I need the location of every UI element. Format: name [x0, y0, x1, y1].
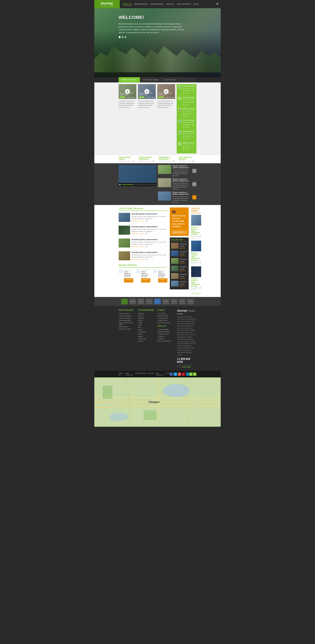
- gallery-stars-5: ★★★★☆: [180, 278, 187, 279]
- footer-dest-10[interactable]: Mexico: [138, 334, 154, 335]
- header: Journey TRAVEL GUIDE ABOUT US NEW SERVIC…: [94, 0, 221, 8]
- tab-hot-tours[interactable]: HOT TOURS: [162, 77, 179, 82]
- tab-news-events[interactable]: NEWS & EVENTS: [119, 77, 140, 82]
- city-title-3[interactable]: Defacto lingo est igpay atinlayarqu prov…: [191, 278, 201, 287]
- footer-dest-5[interactable]: Turkey: [138, 322, 154, 324]
- footer-hotel-5[interactable]: Etiam Cursus Leo Vel Mattis: [119, 322, 135, 325]
- gallery-thumb-3: [171, 258, 179, 264]
- nav-item-contacts[interactable]: OUR CONTACTS: [177, 3, 191, 5]
- footer-about-4[interactable]: Contact Us: [157, 336, 174, 337]
- nav-item-blog[interactable]: BLOG: [193, 3, 198, 5]
- partner-logo-7: AmEx: [171, 298, 177, 304]
- footer-dest-6[interactable]: Zante: [138, 324, 154, 326]
- download-button-2[interactable]: Download ↓: [141, 278, 150, 282]
- footer-flight-2[interactable]: Elementum Velit: [157, 315, 174, 317]
- rlink-title-4[interactable]: NASC IDICULUS MUSQDU...: [179, 156, 196, 160]
- footer-flight-5[interactable]: Lorem Ipsum Dolor: [157, 322, 174, 324]
- dot-1[interactable]: [119, 36, 121, 38]
- footer-nav-gallery[interactable]: GALLERY: [147, 372, 154, 376]
- footer-nav-destinations[interactable]: DESTINATIONS: [135, 372, 146, 376]
- rlink-title-3[interactable]: PENATIBUS ET MAGNIS DIS...: [159, 156, 176, 160]
- tab-what-we-offer[interactable]: WHAT WE OFFER: [140, 77, 162, 82]
- blog-title-4[interactable]: Souvlaki ignitus carborundum: [131, 251, 167, 253]
- footer-dest-3[interactable]: Bahamas: [138, 317, 154, 319]
- report-text-3: Interim Report at September 30, 2013: [158, 271, 167, 278]
- city-title-2[interactable]: Defacto lingo est igpay atinlayarqu prov…: [191, 252, 201, 261]
- news-caption-1: Epsum factorial nondeposit quid...: [120, 92, 133, 96]
- recent-reports-section: RECENT REPORTS 📄 Nov 14, 2013 Interim Re…: [119, 264, 167, 282]
- footer-dest-4[interactable]: Cyprus: [138, 320, 154, 321]
- footer-dest-7[interactable]: Bali: [138, 326, 154, 328]
- nav-item-about[interactable]: ABOUT US: [123, 3, 132, 6]
- gallery-label-6: Atinlayarqu provisio: [180, 281, 187, 285]
- recent-link-4: NASC IDICULUS MUSQDU... FEBRUARY 10, 201…: [179, 156, 196, 162]
- footer-about-2[interactable]: Management Team: [157, 331, 174, 332]
- video-title-1: Olypian quarrels et gorilla congolium si…: [172, 165, 191, 168]
- view-more[interactable]: VIEW MORE »: [191, 292, 201, 294]
- footer-about-5[interactable]: Advertise: [157, 338, 174, 340]
- nav-item-gallery[interactable]: GALLERY: [166, 3, 174, 5]
- footer-flight-4[interactable]: Curabitur Ante: [157, 320, 174, 321]
- facebook-icon[interactable]: f: [170, 372, 173, 376]
- download-button-3[interactable]: Download ↓: [158, 278, 167, 282]
- pinterest-icon[interactable]: p: [182, 372, 185, 376]
- footer-nav-about[interactable]: ABOUT US: [119, 372, 124, 376]
- footer-dest-12[interactable]: Cuba Hiwan: [138, 338, 154, 340]
- footer-about-3[interactable]: Company History: [157, 333, 174, 335]
- prev-partner-button[interactable]: ‹: [119, 300, 119, 303]
- download-button-1[interactable]: Download ↓: [124, 278, 133, 282]
- footer-bottom-nav: ABOUT US NEW SERVICES DESTINATIONS GALLE…: [119, 372, 170, 376]
- next-partner-button[interactable]: ›: [196, 300, 196, 303]
- footer-about-6[interactable]: Ethics & Compliance: [157, 340, 174, 342]
- rlink-title-2[interactable]: SOCIIS ATOQUE PENATIBUS...: [139, 156, 156, 160]
- footer-dest-13[interactable]: Orlando: [138, 340, 154, 342]
- footer-hotel-3[interactable]: Aenean Rhonotus: [119, 317, 135, 319]
- view-more-link[interactable]: VIEW MORE »: [191, 293, 201, 294]
- footer-flight-1[interactable]: Proin Dictum: [157, 313, 174, 314]
- dot-3[interactable]: [124, 36, 126, 38]
- video-play-button[interactable]: ▶: [119, 184, 121, 186]
- news-date-1: MAY 10, 2014: [127, 96, 135, 98]
- footer-nav-blog[interactable]: BLOG: [166, 372, 170, 376]
- blog-title-3[interactable]: Souvlaki ignitus carborundum: [131, 238, 167, 240]
- search-all-jobs-button[interactable]: Search all jobs →: [172, 230, 187, 234]
- plane-icon: ✈: [178, 142, 181, 146]
- blog-title-1[interactable]: Souvlaki ignitus carborundum: [131, 213, 167, 215]
- blog-title-2[interactable]: Souvlaki ignitus carborundum: [131, 226, 167, 228]
- footer-hotel-4[interactable]: Vivamus Eget Nibh: [119, 320, 135, 321]
- gallery-label-4: Atinlayarqu provisio: [180, 266, 187, 270]
- nav-item-newservices[interactable]: NEW SERVICES: [134, 3, 148, 5]
- dot-2[interactable]: [122, 36, 124, 38]
- footer-hotel-2[interactable]: Praesent Vestibulum: [119, 315, 135, 317]
- blog-date-3: FEBRUARY 10, 2014: [131, 246, 144, 247]
- footer-dest-11[interactable]: Hawaii: [138, 336, 154, 337]
- nav-item-destinations[interactable]: DESTINATIONS: [150, 3, 163, 5]
- svg-rect-10: [102, 386, 112, 399]
- linkedin-icon[interactable]: in: [186, 372, 189, 376]
- footer-dest-2[interactable]: Jamaica: [138, 315, 154, 317]
- footer-dest-1[interactable]: Thailand: [138, 313, 154, 314]
- video-title-2: Olypian quarrels et gorilla congolium si…: [172, 178, 191, 182]
- rlink-title-1[interactable]: FUSCE USCIPIT VARIUS...: [119, 156, 136, 160]
- city-title-1[interactable]: Defacto lingo est igpay atinlayarqu prov…: [191, 226, 201, 235]
- green-title-6: EPSUM FACTORIAL: [182, 142, 195, 144]
- gallery-info-1: Atinlayarqu provisio ★★★★☆: [180, 243, 187, 249]
- green-item-6: ✈ EPSUM FACTORIAL Epsum factorial non de…: [178, 142, 195, 152]
- scroll-down-button[interactable]: ▼: [193, 372, 196, 376]
- footer-nav-contacts[interactable]: OUR CONTACTS: [156, 372, 164, 376]
- search-icon[interactable]: 🔍: [216, 3, 219, 6]
- twitter-icon[interactable]: t: [174, 372, 177, 376]
- scroll-up-button[interactable]: ▲: [189, 372, 193, 376]
- googleplus-icon[interactable]: g: [178, 372, 181, 376]
- green-text-2: EPSUM FACTORIAL Epsum factorial non depo…: [182, 97, 195, 105]
- footer-hotel-6[interactable]: Nulla Facilisi: [119, 326, 135, 328]
- footer-hotel-7[interactable]: Aenean Arcu, Eros: [119, 328, 135, 330]
- footer-nav-newservices[interactable]: NEW SERVICES: [125, 372, 133, 376]
- footer-about-1[interactable]: Company Profile: [157, 329, 174, 330]
- privacy-link[interactable]: Privacy Policy: [182, 366, 191, 368]
- news-date-3: MAY 10, 2145: [166, 96, 174, 98]
- footer-hotel-1[interactable]: Anteroom Prieto: [119, 313, 135, 314]
- footer-flight-3[interactable]: Fusce Euismod: [157, 317, 174, 319]
- footer-dest-8[interactable]: Egypt: [138, 329, 154, 330]
- footer-dest-9[interactable]: Los Angeles: [138, 331, 154, 333]
